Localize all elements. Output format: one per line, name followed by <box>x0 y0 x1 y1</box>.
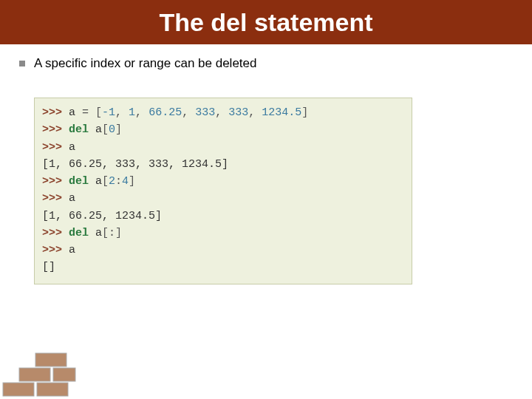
prompt: >>> <box>42 106 69 119</box>
rbracket: ] <box>129 175 135 188</box>
slide-title: The del statement <box>159 8 372 37</box>
prompt: >>> <box>42 141 69 154</box>
code-line-10-output: [] <box>42 259 404 276</box>
num: 1 <box>129 106 135 119</box>
num: 333 <box>195 106 215 119</box>
num: -1 <box>102 106 115 119</box>
svg-rect-1 <box>37 383 68 396</box>
num: 333 <box>228 106 248 119</box>
var: a <box>95 123 102 136</box>
comma: , <box>215 106 228 119</box>
comma: , <box>135 106 149 119</box>
code-line-7-output: [1, 66.25, 1234.5] <box>42 208 404 225</box>
num: 0 <box>109 123 115 136</box>
var: a <box>69 106 82 119</box>
output: [1, 66.25, 333, 333, 1234.5] <box>42 158 228 171</box>
kw-del: del <box>69 227 95 239</box>
eq: = <box>82 106 95 119</box>
bricks-icon <box>0 340 96 399</box>
rbracket: ] <box>115 123 122 136</box>
output: [] <box>42 261 55 273</box>
rbracket: ] <box>115 227 122 239</box>
bullet-square-icon <box>19 61 25 66</box>
kw-del: del <box>69 175 95 188</box>
code-block: >>> a = [-1, 1, 66.25, 333, 333, 1234.5]… <box>34 98 412 284</box>
svg-rect-4 <box>35 353 66 366</box>
svg-rect-3 <box>53 368 75 381</box>
code-line-5: >>> del a[2:4] <box>42 173 404 190</box>
prompt: >>> <box>42 123 69 136</box>
code-line-4-output: [1, 66.25, 333, 333, 1234.5] <box>42 156 404 173</box>
lbracket: [ <box>102 175 109 188</box>
num: 66.25 <box>149 106 182 119</box>
title-bar: The del statement <box>0 0 532 44</box>
code-line-2: >>> del a[0] <box>42 121 404 138</box>
comma: , <box>248 106 262 119</box>
colon: : <box>109 227 115 239</box>
output: [1, 66.25, 1234.5] <box>42 210 162 222</box>
prompt: >>> <box>42 175 69 188</box>
kw-del: del <box>69 123 95 136</box>
svg-rect-2 <box>19 368 50 381</box>
lbracket: [ <box>102 227 109 239</box>
var: a <box>95 175 102 188</box>
var: a <box>95 227 102 239</box>
code-line-8: >>> del a[:] <box>42 225 404 242</box>
num: 2 <box>109 175 115 188</box>
code-line-9: >>> a <box>42 242 404 259</box>
bullet-text: A specific index or range can be deleted <box>34 56 256 71</box>
lbracket: [ <box>95 106 102 119</box>
rbracket: ] <box>301 106 308 119</box>
num: 4 <box>122 175 129 188</box>
code-line-3: >>> a <box>42 139 404 156</box>
var: a <box>69 244 75 256</box>
prompt: >>> <box>42 227 69 239</box>
num: 1234.5 <box>262 106 301 119</box>
comma: , <box>182 106 195 119</box>
var: a <box>69 192 75 205</box>
code-line-6: >>> a <box>42 190 404 207</box>
colon: : <box>115 175 122 188</box>
bullet-item: A specific index or range can be deleted <box>19 56 532 71</box>
lbracket: [ <box>102 123 109 136</box>
var: a <box>69 141 75 154</box>
prompt: >>> <box>42 244 69 256</box>
comma: , <box>115 106 129 119</box>
prompt: >>> <box>42 192 69 205</box>
svg-rect-0 <box>3 383 34 396</box>
code-line-1: >>> a = [-1, 1, 66.25, 333, 333, 1234.5] <box>42 104 404 121</box>
